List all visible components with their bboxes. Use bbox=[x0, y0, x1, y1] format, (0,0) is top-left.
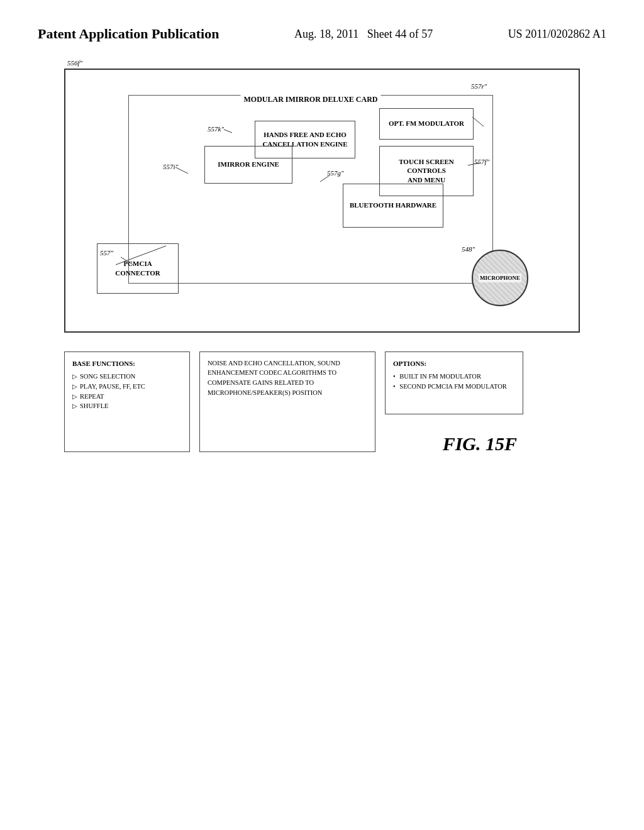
option-built-in-fm: • BUILT IN FM MODULATOR bbox=[393, 372, 515, 382]
publication-date-sheet: Aug. 18, 2011 Sheet 44 of 57 bbox=[294, 25, 433, 41]
top-diagram-box: MODULAR IMIRROR DELUXE CARD IMIRROR ENGI… bbox=[64, 69, 580, 333]
list-item-shuffle-label: SHUFFLE bbox=[80, 401, 109, 411]
bullet-2: • bbox=[393, 382, 397, 392]
hands-free-box: HANDS FREE AND ECHO CANCELLATION ENGINE bbox=[255, 121, 355, 158]
list-item-song-label: SONG SELECTION bbox=[80, 372, 135, 382]
patent-number: US 2011/0202862 A1 bbox=[508, 25, 606, 41]
options-box: OPTIONS: • BUILT IN FM MODULATOR • SECON… bbox=[385, 351, 523, 414]
ref-557g: 557g" bbox=[327, 169, 344, 177]
option-second-pcmcia: • SECOND PCMCIA FM MODULATOR bbox=[393, 382, 515, 392]
sheet-info: Sheet 44 of 57 bbox=[367, 28, 433, 40]
microphone-circle: MICRO­PHONE bbox=[472, 250, 528, 306]
arrow-icon-3: ▷ bbox=[72, 392, 77, 402]
publication-date: Aug. 18, 2011 bbox=[294, 28, 358, 40]
page-header: Patent Application Publication Aug. 18, … bbox=[0, 0, 644, 56]
touch-screen-box: TOUCH SCREEN CONTROLS AND MENU bbox=[379, 146, 474, 196]
option-built-in-fm-label: BUILT IN FM MODULATOR bbox=[399, 372, 481, 382]
bullet-1: • bbox=[393, 372, 397, 382]
arrow-icon-1: ▷ bbox=[72, 372, 77, 382]
noise-echo-box: NOISE AND ECHO CANCELLATION, SOUND ENHAN… bbox=[199, 351, 375, 452]
publication-title: Patent Application Publication bbox=[38, 25, 219, 43]
bottom-section: BASE FUNCTIONS: ▷ SONG SELECTION ▷ PLAY,… bbox=[64, 351, 580, 455]
main-content: 556f" MODULAR bbox=[0, 56, 644, 467]
microphone-label: MICRO­PHONE bbox=[479, 274, 521, 282]
ref-557: 557" bbox=[100, 249, 113, 257]
opt-fm-box: OPT. FM MODULATOR bbox=[379, 108, 474, 140]
option-second-pcmcia-label: SECOND PCMCIA FM MODULATOR bbox=[399, 382, 506, 392]
ref-557k: 557k" bbox=[208, 125, 224, 133]
arrow-icon-4: ▷ bbox=[72, 401, 77, 411]
ref-557f: 557f" bbox=[474, 158, 489, 165]
arrow-icon-2: ▷ bbox=[72, 382, 77, 392]
ref-557r: 557r" bbox=[471, 82, 487, 90]
list-item-shuffle: ▷ SHUFFLE bbox=[72, 401, 182, 411]
options-title: OPTIONS: bbox=[393, 358, 515, 369]
figure-label: FIG. 15F bbox=[443, 433, 517, 454]
list-item-repeat-label: REPEAT bbox=[80, 392, 104, 402]
list-item-song: ▷ SONG SELECTION bbox=[72, 372, 182, 382]
list-item-repeat: ▷ REPEAT bbox=[72, 392, 182, 402]
ref-557i: 557i" bbox=[163, 163, 178, 170]
ref-556f: 556f" bbox=[67, 59, 82, 67]
base-functions-box: BASE FUNCTIONS: ▷ SONG SELECTION ▷ PLAY,… bbox=[64, 351, 190, 452]
list-item-play-label: PLAY, PAUSE, FF, ETC bbox=[80, 382, 145, 392]
modular-card-label: MODULAR IMIRROR DELUXE CARD bbox=[241, 95, 381, 104]
noise-echo-text: NOISE AND ECHO CANCELLATION, SOUND ENHAN… bbox=[208, 360, 340, 396]
ref-548: 548" bbox=[462, 245, 475, 253]
list-item-play: ▷ PLAY, PAUSE, FF, ETC bbox=[72, 382, 182, 392]
inner-card: MODULAR IMIRROR DELUXE CARD IMIRROR ENGI… bbox=[128, 95, 493, 284]
base-functions-title: BASE FUNCTIONS: bbox=[72, 358, 182, 369]
